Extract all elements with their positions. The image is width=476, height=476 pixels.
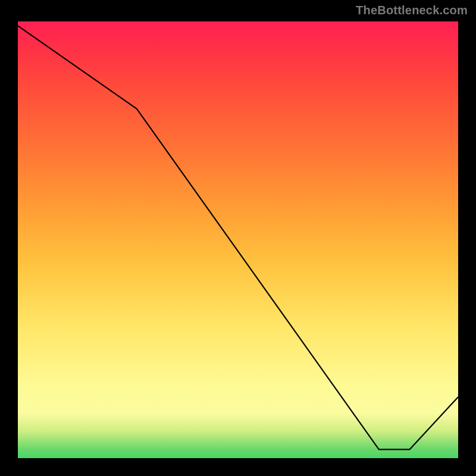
chart-container: TheBottleneck.com [0, 0, 476, 476]
bottleneck-chart [0, 0, 476, 476]
watermark: TheBottleneck.com [356, 4, 468, 17]
plot-area [14, 18, 462, 462]
